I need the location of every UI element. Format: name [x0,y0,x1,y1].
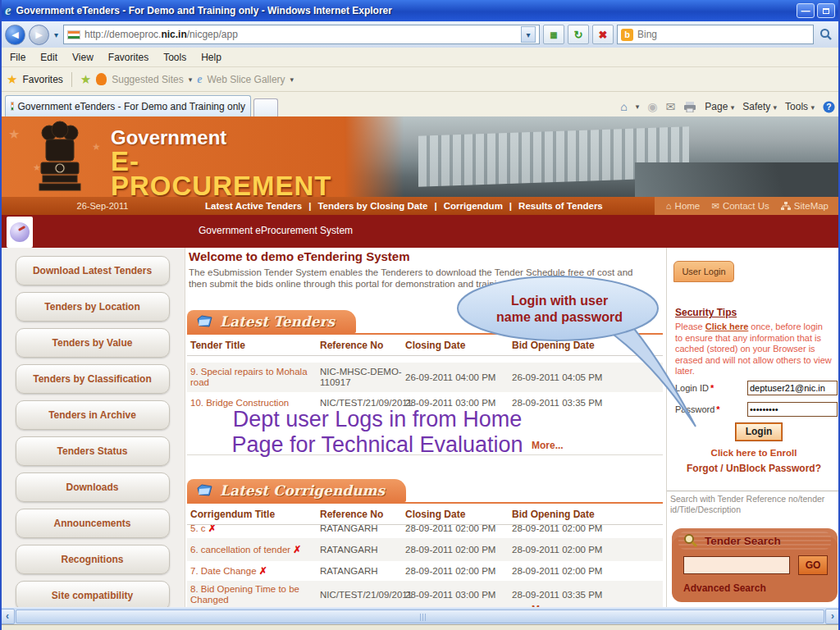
safety-menu-button[interactable]: Safety ▾ [742,101,777,112]
new-tab-button[interactable] [253,98,278,116]
forgot-password-link[interactable]: Forgot / UnBlock Password? [667,463,840,474]
title-bar: e Government eTenders - For Demo and Tra… [0,0,840,21]
tender-search-input[interactable] [683,556,790,574]
corrigendums-table-header: Corrigendum Title Reference No Closing D… [187,504,663,525]
sitemap-icon [781,202,791,211]
user-login-tab[interactable]: User Login [673,261,734,282]
sidebar-item-site-compatibility[interactable]: Site compatibility [16,581,170,607]
tender-search-title: Tender Search [705,535,781,547]
nav-latest-active-tenders[interactable]: Latest Active Tenders [205,201,302,211]
menu-tools[interactable]: Tools [157,50,193,65]
go-button[interactable]: GO [798,555,828,575]
web-slice-dropdown-icon[interactable]: ▾ [290,75,294,84]
browser-tab[interactable]: Government eTenders - For Demo and Train… [5,95,251,116]
welcome-text: The eSubmission Tender System enables th… [189,267,653,290]
menu-edit[interactable]: Edit [34,50,64,65]
nav-corrigendum[interactable]: Corrigendum [444,201,503,211]
tools-menu-button[interactable]: Tools ▾ [785,101,815,112]
sidebar-item-tenders-in-archive[interactable]: Tenders in Archive [16,400,170,430]
menu-file[interactable]: File [3,50,32,65]
security-tips-heading: Security Tips [675,307,737,318]
col-tender-title: Tender Title [187,340,317,351]
divider [667,491,840,491]
suggested-sites-button[interactable]: Suggested Sites [112,74,183,85]
url-field[interactable]: http://demoeproc.nic.in/nicgep/app ▾ [63,25,540,44]
sitemap-link[interactable]: SiteMap [781,201,829,211]
sidebar-item-tenders-status[interactable]: Tenders Status [16,436,170,466]
sidebar-item-tenders-by-classification[interactable]: Tenders by Classification [16,364,170,394]
scroll-left-icon[interactable]: ‹ [0,609,15,624]
tenders-more-link[interactable]: More... [532,440,564,451]
home-link[interactable]: ⌂Home [666,201,701,211]
enroll-link[interactable]: Click here to Enroll [667,448,840,458]
clear-cache-link[interactable]: Click here [705,322,749,331]
table-row[interactable]: 7. Date Change ✗ RATANGARH 28-09-2011 02… [187,561,663,581]
refresh-button[interactable]: ↻ [568,25,589,44]
table-row[interactable]: 6. cancellation of tender ✗ RATANGARH 28… [187,538,663,561]
compatibility-view-button[interactable]: ▦ [543,25,564,44]
login-id-field[interactable] [747,381,838,395]
add-favorite-icon[interactable]: ★ [80,72,91,87]
print-icon[interactable] [683,102,696,112]
tender-search-box: Tender Search GO Advanced Search [672,528,838,602]
cancelled-icon: ✗ [259,565,267,577]
search-box[interactable]: b [617,25,814,44]
scrollbar-thumb[interactable] [16,609,824,623]
url-dropdown-icon[interactable]: ▾ [521,26,536,43]
search-input[interactable] [637,29,810,40]
sidebar-item-announcements[interactable]: Announcements [16,509,170,538]
col-closing-date: Closing Date [402,340,509,351]
minimize-button[interactable]: — [797,3,815,18]
col-reference-no: Reference No [317,509,402,520]
suggested-sites-dropdown-icon[interactable]: ▾ [189,75,193,84]
sidebar-item-downloads[interactable]: Downloads [16,472,170,502]
menu-help[interactable]: Help [194,50,228,65]
login-panel: User Login Security Tips Please Click he… [666,248,840,607]
sidebar-item-tenders-by-value[interactable]: Tenders by Value [16,328,170,358]
home-dropdown-icon[interactable]: ▾ [636,103,640,111]
table-row[interactable]: 5. c ✗ RATANGARH 28-09-2011 02:00 PM 28-… [187,525,663,538]
sidebar-item-tenders-by-location[interactable]: Tenders by Location [16,292,170,322]
address-bar: ◀ ▶ ▾ http://demoeproc.nic.in/nicgep/app… [0,21,840,48]
forward-button[interactable]: ▶ [29,25,49,45]
favorites-star-icon[interactable]: ★ [7,72,17,87]
menu-view[interactable]: View [66,50,100,65]
horizontal-scrollbar[interactable]: ‹ › [0,607,840,624]
app-logo-orb-icon [10,222,30,242]
tab-title: Government eTenders - For Demo and Train… [18,101,245,112]
col-closing-date: Closing Date [402,509,509,520]
search-go-icon[interactable] [817,25,835,44]
favorites-button[interactable]: Favorites [22,74,62,85]
col-bid-opening-date: Bid Opening Date [509,340,663,351]
table-row[interactable]: 9. Special repairs to Mohala road NIC-MH… [187,363,663,392]
required-mark: * [710,383,714,393]
nav-results-of-tenders[interactable]: Results of Tenders [518,201,603,211]
stop-button[interactable]: ✖ [592,25,614,44]
back-button[interactable]: ◀ [5,25,25,45]
password-field[interactable] [747,402,838,417]
sidebar-item-download-latest-tenders[interactable]: Download Latest Tenders [16,256,170,285]
table-row[interactable]: 8. Bid Opening Time to be Changed NIC/TE… [187,581,663,607]
help-icon[interactable]: ? [823,101,835,113]
login-button[interactable]: Login [736,423,782,441]
col-corrigendum-title: Corrigendum Title [187,509,317,520]
restore-button[interactable] [817,3,835,18]
page-menu-button[interactable]: Page ▾ [705,101,734,112]
read-mail-icon[interactable]: ✉ [666,100,676,113]
window-title: Government eTenders - For Demo and Train… [16,5,794,16]
home-icon[interactable]: ⌂ [620,100,627,113]
history-dropdown-icon[interactable]: ▾ [54,30,58,39]
brand-government: Government [111,126,357,149]
divider [509,201,512,211]
advanced-search-link[interactable]: Advanced Search [683,582,766,594]
feeds-icon[interactable]: ◉ [647,100,657,113]
folder-icon [197,484,213,497]
contact-us-link[interactable]: ✉Contact Us [711,200,769,212]
scroll-right-icon[interactable]: › [825,609,840,624]
nav-tenders-by-closing-date[interactable]: Tenders by Closing Date [317,201,427,211]
web-slice-gallery-button[interactable]: Web Slice Gallery [207,74,285,85]
sidebar-item-recognitions[interactable]: Recognitions [16,545,170,574]
search-hint-text: Search with Tender Reference no/tender i… [670,494,838,514]
menu-favorites[interactable]: Favorites [102,50,155,65]
cancelled-icon: ✗ [293,544,301,555]
